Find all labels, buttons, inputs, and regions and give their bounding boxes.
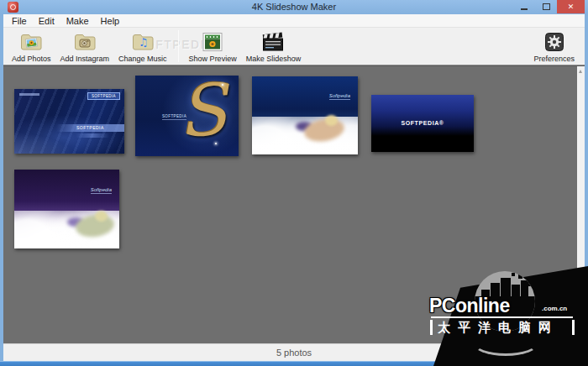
gallery-area: SOFTPEDIA SOFTPEDIA S SOFTPEDIA Softpedi…	[3, 65, 585, 343]
vertical-scrollbar[interactable]	[577, 66, 585, 344]
toolbar-buttons: Add Photos Add Instagram	[8, 29, 307, 64]
photo-preview-icon	[202, 30, 223, 54]
clapperboard-icon	[261, 30, 285, 54]
status-bar: 5 photos	[3, 343, 585, 361]
show-preview-button[interactable]: Show Preview	[186, 29, 240, 64]
close-icon: ✕	[568, 3, 575, 11]
title-bar: 4K Slideshow Maker ✕	[0, 0, 588, 14]
window-border-right	[585, 14, 588, 361]
maximize-button[interactable]	[535, 0, 557, 13]
thumb2-softpedia-label: SOFTPEDIA	[162, 114, 186, 120]
menu-help[interactable]: Help	[95, 15, 126, 27]
sparkle-icon	[222, 84, 223, 86]
music-note-glyph: ♫	[139, 36, 149, 49]
menu-make[interactable]: Make	[60, 15, 95, 27]
folder-music-icon: ♫	[132, 30, 154, 54]
photo-count: 5 photos	[276, 348, 312, 358]
maximize-icon	[543, 3, 550, 10]
add-instagram-button[interactable]: Add Instagram	[57, 29, 113, 64]
menu-edit[interactable]: Edit	[33, 15, 60, 27]
thumb1-corner-text-bar	[19, 93, 39, 96]
minimize-button[interactable]	[513, 0, 535, 13]
window-controls: ✕	[513, 0, 585, 13]
thumb1-sub-band	[76, 133, 108, 138]
app-window: 4K Slideshow Maker ✕ File Edit Make Help…	[0, 0, 588, 366]
figure-hair	[95, 211, 108, 222]
minimize-icon	[521, 8, 528, 10]
figure-hair	[325, 115, 338, 126]
add-photos-button[interactable]: Add Photos	[8, 29, 55, 64]
preferences-button[interactable]: Preferences	[530, 29, 578, 64]
thumbnail-woman-blue[interactable]: Softpedia	[252, 76, 358, 154]
make-slideshow-label: Make Slideshow	[246, 55, 302, 63]
gear-icon	[545, 30, 564, 54]
folder-camera-icon	[74, 30, 96, 54]
thumb4-softpedia-label: SOFTPEDIA®	[371, 120, 474, 126]
thumb3-softpedia-signature: Softpedia	[329, 93, 350, 100]
toolbar-separator	[178, 30, 179, 62]
show-preview-label: Show Preview	[189, 55, 237, 63]
close-button[interactable]: ✕	[557, 0, 585, 13]
thumbnail-softpedia-gradient[interactable]: SOFTPEDIA®	[371, 95, 474, 152]
window-border-bottom	[0, 361, 588, 366]
window-title: 4K Slideshow Maker	[0, 0, 588, 14]
thumbnail-woman-purple[interactable]: Softpedia	[14, 170, 119, 248]
sparkle-icon	[215, 143, 217, 144]
change-music-button[interactable]: ♫ Change Music	[115, 29, 171, 64]
thumb1-softpedia-band: SOFTPEDIA	[56, 124, 124, 132]
make-slideshow-button[interactable]: Make Slideshow	[243, 29, 305, 64]
folder-photo-icon	[20, 30, 42, 54]
thumb5-softpedia-signature: Softpedia	[91, 187, 112, 194]
menu-bar: File Edit Make Help	[3, 14, 585, 28]
scroll-up-icon[interactable]	[579, 70, 582, 73]
toolbar: SOFTPEDIA Add Photos	[3, 28, 585, 65]
change-music-label: Change Music	[118, 55, 167, 63]
thumbnail-golden-s[interactable]: S SOFTPEDIA	[135, 76, 239, 156]
add-photos-label: Add Photos	[12, 55, 51, 63]
menu-file[interactable]: File	[6, 15, 33, 27]
preferences-label: Preferences	[533, 55, 575, 63]
add-instagram-label: Add Instagram	[60, 55, 110, 63]
thumb1-softpedia-badge: SOFTPEDIA	[87, 92, 120, 100]
thumbnail-abstract-blue[interactable]: SOFTPEDIA SOFTPEDIA	[14, 89, 124, 154]
